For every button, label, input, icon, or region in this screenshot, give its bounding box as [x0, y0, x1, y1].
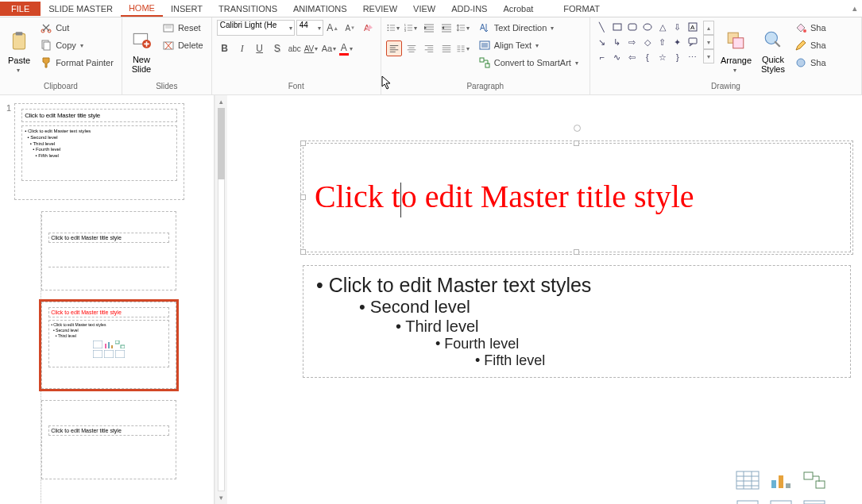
shape-more-icon[interactable]: ⋯ — [686, 50, 700, 64]
insert-online-picture-button[interactable] — [767, 497, 795, 504]
shape-bracket-icon[interactable]: { — [640, 50, 655, 64]
thumbnail-layout-content[interactable]: Click to edit Master title style • Click… — [41, 302, 176, 389]
shape-arrow-down-icon[interactable]: ⇩ — [671, 20, 685, 34]
cut-button[interactable]: Cut — [37, 20, 117, 36]
shape-arrow-right-icon[interactable]: ⇨ — [625, 35, 640, 49]
shape-arrow-line-icon[interactable]: ↘ — [595, 35, 609, 49]
tab-insert[interactable]: INSERT — [163, 2, 211, 16]
rotation-handle[interactable] — [574, 125, 581, 132]
scroll-down-button[interactable]: ▾ — [215, 491, 227, 504]
align-left-button[interactable] — [386, 40, 402, 56]
clear-format-button[interactable]: A — [360, 20, 376, 36]
insert-smartart-button[interactable] — [800, 468, 829, 492]
copy-button[interactable]: Copy▾ — [37, 37, 117, 53]
char-spacing-button[interactable]: AV▾ — [304, 40, 320, 56]
content-level-1[interactable]: Click to edit Master text styles — [316, 274, 837, 297]
tab-addins[interactable]: ADD-INS — [443, 2, 495, 16]
content-level-2[interactable]: Second level — [316, 297, 837, 317]
insert-picture-button[interactable] — [733, 497, 762, 504]
resize-handle[interactable] — [574, 249, 579, 255]
shape-curve-icon[interactable]: ∿ — [610, 50, 624, 64]
bold-button[interactable]: B — [217, 40, 233, 56]
numbering-button[interactable]: 123▾ — [404, 20, 419, 36]
scroll-thumb[interactable] — [218, 108, 225, 179]
underline-button[interactable]: U — [252, 40, 268, 56]
shape-diamond-icon[interactable]: ◇ — [640, 35, 655, 49]
delete-button[interactable]: Delete — [159, 37, 207, 53]
tab-acrobat[interactable]: Acrobat — [495, 2, 541, 16]
shape-star5-icon[interactable]: ☆ — [655, 50, 670, 64]
insert-table-button[interactable] — [733, 468, 762, 492]
change-case-button[interactable]: Aa▾ — [322, 40, 338, 56]
nav-scrollbar[interactable]: ▴ ▾ — [215, 95, 227, 504]
new-slide-button[interactable]: New Slide — [127, 20, 156, 75]
font-color-button[interactable]: A▾ — [339, 40, 355, 56]
align-right-button[interactable] — [421, 40, 437, 56]
shape-callout-icon[interactable] — [686, 35, 700, 49]
bullets-button[interactable]: ▾ — [386, 20, 402, 36]
shape-star4-icon[interactable]: ✦ — [671, 35, 685, 49]
strike-button[interactable]: abc — [287, 40, 303, 56]
tab-animations[interactable]: ANIMATIONS — [285, 2, 355, 16]
resize-handle[interactable] — [300, 140, 306, 146]
tab-home[interactable]: HOME — [121, 1, 163, 17]
shapes-gallery[interactable]: ╲ △ ⇩ A ↘ ↳ ⇨ ◇ ⇧ ✦ ⌐ ∿ ⇦ — [595, 20, 700, 64]
insert-chart-button[interactable] — [767, 468, 795, 492]
shape-oval-icon[interactable] — [640, 20, 655, 34]
resize-handle[interactable] — [300, 249, 306, 255]
shape-line-icon[interactable]: ╲ — [595, 20, 609, 34]
content-level-5[interactable]: Fifth level — [316, 352, 837, 369]
slide-editor[interactable]: Click to edit Master title style Click t… — [227, 95, 862, 504]
shrink-font-button[interactable]: A▼ — [342, 20, 358, 36]
thumbnail-master[interactable]: Click to edit Master title style • Click… — [14, 103, 184, 200]
shape-rect-icon[interactable] — [610, 20, 624, 34]
font-name-combo[interactable]: Calibri Light (He▾ — [217, 20, 295, 36]
shape-connector-icon[interactable]: ↳ — [610, 35, 624, 49]
reset-button[interactable]: Reset — [159, 20, 207, 36]
thumbnail-layout-title-only[interactable]: Click to edit Master title style — [41, 211, 176, 290]
shape-elbow-icon[interactable]: ⌐ — [595, 50, 609, 64]
align-justify-button[interactable] — [439, 40, 454, 56]
content-level-4[interactable]: Fourth level — [316, 336, 837, 352]
shapes-more-button[interactable]: ▾ — [703, 49, 714, 63]
tab-view[interactable]: VIEW — [405, 2, 443, 16]
tab-file[interactable]: FILE — [0, 2, 41, 16]
tab-format[interactable]: FORMAT — [555, 2, 608, 16]
font-size-combo[interactable]: 44▾ — [296, 20, 323, 36]
tab-slide-master[interactable]: SLIDE MASTER — [41, 2, 121, 16]
columns-button[interactable]: ▾ — [456, 40, 472, 56]
content-level-3[interactable]: Third level — [316, 317, 837, 336]
shape-arrow-left-icon[interactable]: ⇦ — [625, 50, 640, 64]
shadow-button[interactable]: S — [269, 40, 285, 56]
scroll-up-button[interactable]: ▴ — [215, 95, 227, 108]
decrease-indent-button[interactable] — [421, 20, 437, 36]
arrange-button[interactable]: Arrange▾ — [717, 20, 755, 75]
quick-styles-button[interactable]: Quick Styles — [758, 20, 788, 75]
shape-effects-button[interactable]: Sha — [791, 55, 829, 71]
convert-smartart-button[interactable]: Convert to SmartArt▾ — [475, 55, 585, 71]
shape-outline-button[interactable]: Sha — [791, 37, 829, 53]
resize-handle[interactable] — [574, 140, 579, 146]
content-placeholder[interactable]: Click to edit Master text styles Second … — [303, 265, 851, 378]
shape-triangle-icon[interactable]: △ — [655, 20, 670, 34]
italic-button[interactable]: I — [234, 40, 250, 56]
thumbnail-layout-two-content[interactable]: Click to edit Master title style — [41, 400, 176, 479]
paste-button[interactable]: Paste ▾ — [5, 20, 33, 75]
shape-round-rect-icon[interactable] — [625, 20, 640, 34]
grow-font-button[interactable]: A▲ — [325, 20, 341, 36]
tab-transitions[interactable]: TRANSITIONS — [211, 2, 285, 16]
format-painter-button[interactable]: Format Painter — [37, 55, 117, 71]
line-spacing-button[interactable]: ▾ — [456, 20, 472, 36]
align-text-button[interactable]: Align Text▾ — [475, 37, 585, 53]
resize-handle[interactable] — [300, 194, 306, 200]
shape-textbox-icon[interactable]: A — [686, 20, 700, 34]
shapes-down-button[interactable]: ▾ — [703, 35, 714, 49]
align-center-button[interactable] — [404, 40, 419, 56]
insert-video-button[interactable] — [800, 497, 829, 504]
text-direction-button[interactable]: AText Direction▾ — [475, 20, 585, 36]
tab-review[interactable]: REVIEW — [355, 2, 405, 16]
shape-arrow-up-icon[interactable]: ⇧ — [655, 35, 670, 49]
collapse-ribbon-button[interactable]: ▴ — [848, 0, 862, 16]
shape-brace-icon[interactable]: } — [671, 50, 685, 64]
shape-fill-button[interactable]: Sha — [791, 20, 829, 36]
